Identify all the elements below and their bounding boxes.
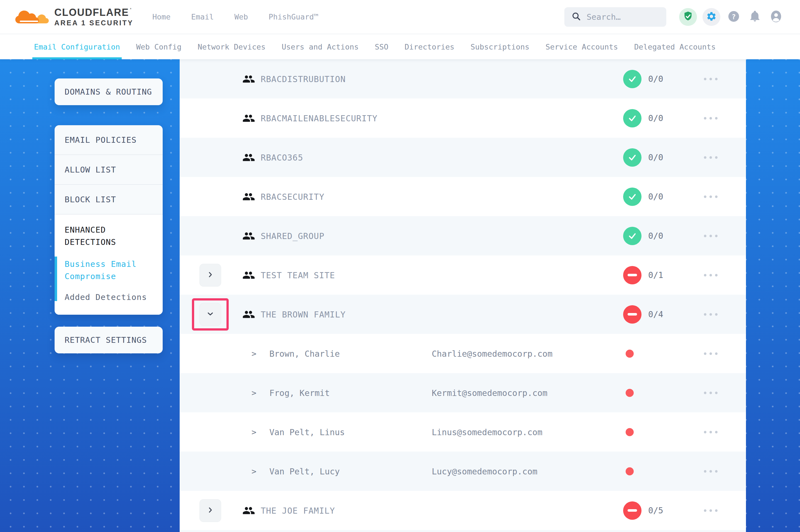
group-name: SHARED_GROUP	[261, 231, 325, 241]
group-row[interactable]: TEST TEAM SITE 0/1	[180, 255, 746, 294]
tab-sso[interactable]: SSO	[375, 34, 388, 59]
member-name: Van Pelt, Lucy	[269, 466, 340, 476]
member-row[interactable]: > Frog, Kermit Kermit@somedemocorp.com	[180, 373, 746, 412]
profile-button[interactable]	[768, 8, 784, 26]
chevron-down-icon	[207, 310, 214, 319]
tab-users-and-actions[interactable]: Users and Actions	[281, 34, 359, 59]
sidebar-item-added-detections[interactable]: Added Detections	[65, 292, 153, 302]
expand-toggle-button[interactable]	[199, 264, 221, 287]
nav-item-home[interactable]: Home	[152, 13, 170, 21]
group-row[interactable]: RBACSECURITY 0/0	[180, 177, 746, 216]
groups-table: RBACDISTRUBUTION 0/0 RBACMAILENABLESECUR…	[180, 59, 746, 532]
status-dot	[625, 467, 634, 475]
member-email: Lucy@somedemocorp.com	[432, 466, 537, 476]
bell-icon	[749, 10, 761, 24]
sidebar-item-block-list[interactable]: BLOCK LIST	[55, 185, 163, 214]
question-mark-icon: ?	[727, 10, 740, 24]
chevron-right-glyph[interactable]: >	[252, 388, 256, 398]
active-item-indicator	[55, 256, 57, 301]
tab-network-devices[interactable]: Network Devices	[198, 34, 266, 59]
status-blocked-icon	[623, 501, 641, 520]
group-name: THE JOE FAMILY	[261, 506, 335, 515]
row-actions-button[interactable]	[702, 152, 719, 163]
member-count: 0/0	[648, 192, 663, 202]
member-count: 0/5	[648, 506, 663, 515]
sidebar-label: RETRACT SETTINGS	[65, 335, 147, 345]
sidebar-label: EMAIL POLICIES	[65, 135, 137, 145]
member-count: 0/4	[648, 309, 663, 319]
gear-icon	[706, 11, 717, 23]
expand-toggle-button[interactable]	[199, 499, 221, 522]
group-people-icon	[242, 151, 255, 164]
row-actions-button[interactable]	[702, 270, 719, 280]
group-row[interactable]: THE JOE FAMILY 0/5	[180, 491, 746, 530]
member-name: Brown, Charlie	[269, 349, 340, 358]
row-actions-button[interactable]	[702, 348, 719, 359]
tab-subscriptions[interactable]: Subscriptions	[471, 34, 529, 59]
member-email: Linus@somedemocorp.com	[432, 427, 542, 437]
group-people-icon	[242, 73, 255, 85]
sidebar-item-allow-list[interactable]: ALLOW LIST	[55, 155, 163, 185]
status-ok-icon	[623, 70, 641, 88]
page-background: DOMAINS & ROUTING EMAIL POLICIES ALLOW L…	[0, 59, 800, 532]
sidebar-label: ALLOW LIST	[65, 165, 116, 174]
row-actions-button[interactable]	[702, 309, 719, 319]
chevron-right-glyph[interactable]: >	[252, 467, 256, 476]
notifications-button[interactable]	[747, 8, 763, 26]
row-actions-button[interactable]	[702, 113, 719, 123]
member-row[interactable]: > Van Pelt, Linus Linus@somedemocorp.com	[180, 412, 746, 452]
member-count: 0/0	[648, 231, 663, 241]
status-blocked-icon	[623, 305, 641, 324]
svg-text:?: ?	[732, 13, 736, 21]
nav-item-email[interactable]: Email	[191, 13, 214, 21]
protection-status-button[interactable]	[679, 8, 697, 26]
nav-item-phishguard[interactable]: PhishGuard™	[269, 13, 319, 21]
group-row[interactable]: RBACMAILENABLESECURITY 0/0	[180, 98, 746, 138]
sidebar-item-email-policies[interactable]: EMAIL POLICIES	[55, 125, 163, 155]
sidebar-item-retract-settings[interactable]: RETRACT SETTINGS	[55, 327, 163, 354]
tab-email-configuration[interactable]: Email Configuration	[34, 34, 120, 59]
search-input[interactable]	[587, 12, 659, 22]
group-row[interactable]: THE BROWN FAMILY 0/4	[180, 294, 746, 334]
member-name: Frog, Kermit	[269, 388, 330, 398]
row-actions-button[interactable]	[702, 466, 719, 476]
group-name: RBACO365	[261, 152, 303, 162]
group-people-icon	[242, 269, 255, 281]
tab-web-config[interactable]: Web Config	[136, 34, 182, 59]
settings-button[interactable]	[703, 8, 720, 26]
group-row[interactable]: SHARED_GROUP 0/0	[180, 216, 746, 255]
chevron-right-glyph[interactable]: >	[252, 349, 256, 358]
status-dot	[625, 428, 634, 436]
tab-service-accounts[interactable]: Service Accounts	[546, 34, 618, 59]
chevron-right-glyph[interactable]: >	[252, 428, 256, 437]
status-ok-icon	[623, 188, 641, 206]
sidebar-item-business-email-compromise[interactable]: Business Email Compromise	[65, 258, 153, 282]
group-row[interactable]: RBACDISTRUBUTION 0/0	[180, 59, 746, 98]
sidebar-item-enhanced-detections[interactable]: ENHANCED DETECTIONS	[65, 224, 153, 248]
nav-item-web[interactable]: Web	[234, 13, 248, 21]
table-row	[180, 530, 746, 532]
sidebar-email-policies-card: EMAIL POLICIES ALLOW LIST BLOCK LIST ENH…	[55, 125, 163, 315]
group-name: RBACDISTRUBUTION	[261, 74, 346, 84]
tab-delegated-accounts[interactable]: Delegated Accounts	[634, 34, 716, 59]
shield-check-icon	[683, 11, 693, 23]
cloudflare-cloud-icon	[15, 8, 49, 25]
row-actions-button[interactable]	[702, 74, 719, 84]
tab-directories[interactable]: Directories	[404, 34, 454, 59]
member-row[interactable]: > Van Pelt, Lucy Lucy@somedemocorp.com	[180, 452, 746, 491]
help-button[interactable]: ?	[726, 8, 742, 26]
row-actions-button[interactable]	[702, 427, 719, 437]
sidebar-item-domains-routing[interactable]: DOMAINS & ROUTING	[55, 78, 163, 105]
row-actions-button[interactable]	[702, 387, 719, 398]
group-row[interactable]: RBACO365 0/0	[180, 138, 746, 177]
cloudflare-logo[interactable]: CLOUDFLARE’ AREA 1 SECURITY	[0, 7, 133, 27]
expand-toggle-button[interactable]	[199, 303, 221, 326]
logo-brand: CLOUDFLARE’	[54, 7, 133, 18]
member-row[interactable]: > Brown, Charlie Charlie@somedemocorp.co…	[180, 334, 746, 373]
row-actions-button[interactable]	[702, 505, 719, 516]
member-count: 0/0	[648, 152, 663, 162]
row-actions-button[interactable]	[702, 231, 719, 241]
group-name: THE BROWN FAMILY	[261, 309, 346, 319]
row-actions-button[interactable]	[702, 191, 719, 202]
search-box[interactable]	[564, 7, 666, 27]
